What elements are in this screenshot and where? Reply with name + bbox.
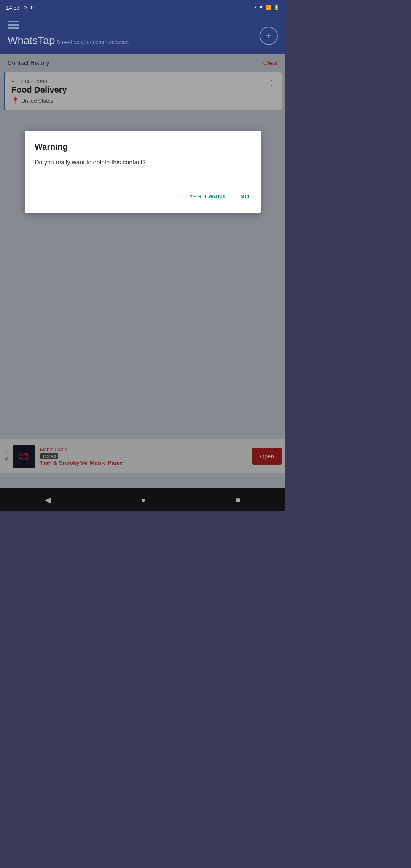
dialog-title: Warning [35,142,251,152]
battery-icon: 🔋 [274,5,279,10]
app-header: WhatsTap Speed up your communication. + [0,15,285,54]
status-bar-left: 14:53 ⊙ P [6,5,34,11]
parking-icon: P [31,5,34,10]
dialog-actions: YES, I WANT NO [35,190,251,206]
chain-icon: ⊙ [23,5,27,10]
main-content: Contact History Clear +11234567890 Food … [0,54,285,511]
confirm-delete-button[interactable]: YES, I WANT [188,190,227,203]
status-time: 14:53 [6,5,19,11]
hamburger-line-1 [8,21,19,22]
status-icons-right: • ▼ 📶 🔋 [255,5,279,10]
dialog-overlay: Warning Do you really want to delete thi… [0,54,285,511]
app-subtitle: Speed up your communication. [57,39,130,45]
status-bar: 14:53 ⊙ P • ▼ 📶 🔋 [0,0,285,15]
add-contact-button[interactable]: + [260,27,278,45]
signal-icon: 📶 [266,5,271,10]
hamburger-menu[interactable] [8,21,19,29]
wifi-icon: ▼ [259,5,263,10]
dialog-message: Do you really want to delete this contac… [35,158,251,167]
dot-icon: • [255,5,256,10]
cancel-delete-button[interactable]: NO [239,190,251,203]
warning-dialog: Warning Do you really want to delete thi… [25,131,261,213]
hamburger-line-3 [8,27,19,29]
hamburger-line-2 [8,24,19,26]
app-title: WhatsTap [8,35,55,46]
